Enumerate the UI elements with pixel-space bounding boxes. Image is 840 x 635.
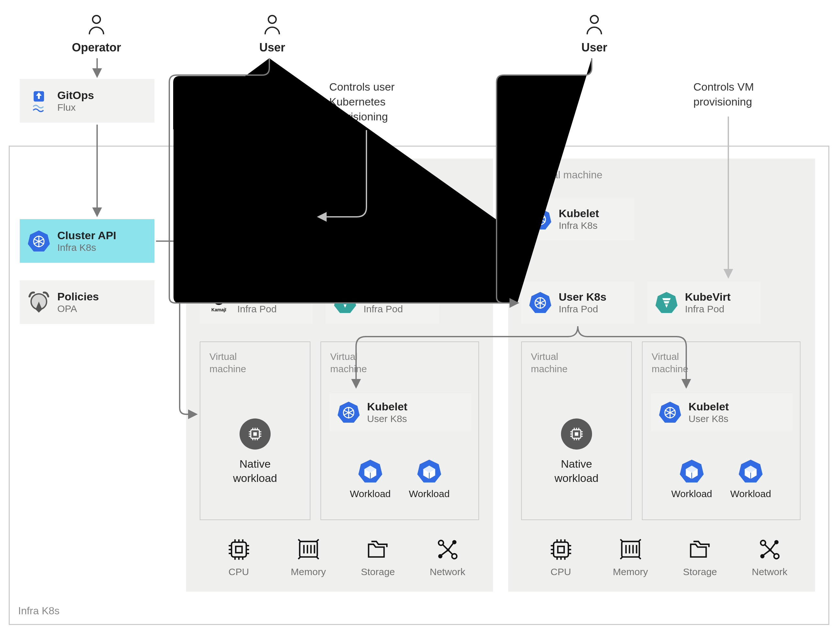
person-icon [584,14,604,37]
network-icon [758,537,782,562]
pm1-kubelet-title: Kubelet [237,208,278,219]
res-mem-lbl: Memory [613,566,648,577]
pm1-vm1-native: Native workload [233,457,277,485]
pm1-kamaji: Kamajī Kamaji Infra Pod [200,281,313,324]
actor-operator-label: Operator [72,41,121,54]
pm1-kubevirt: KubeVirt Infra Pod [326,281,439,324]
pm2-resources: CPU Memory Storage Network [526,537,804,577]
person-icon [262,14,282,37]
res-cpu: CPU [210,537,268,577]
pm2-vm2: Virtual machine Kubelet User K8s Workloa… [642,341,801,520]
pm2-userk8s: User K8s Infra Pod [521,281,635,324]
pm1-vm2: Virtual machine Kubelet User K8s Workloa… [321,341,479,520]
res-net-lbl: Network [752,566,787,577]
kubevirt-icon [655,291,678,314]
pm1-resources: CPU Memory Storage Network [204,537,482,577]
pm2-vm1: Virtual machine Native workload [521,341,632,520]
k8s-icon [337,401,360,424]
pm1-vm2-kubelet-title: Kubelet [367,401,407,412]
network-icon [435,537,460,562]
kamaji-icon: Kamajī [207,291,230,314]
pm2-vm2-workload-2: Workload [730,459,771,499]
pm1-kubevirt-title: KubeVirt [363,291,409,302]
pm2-vm1-native: Native workload [554,457,598,485]
res-mem: Memory [279,537,338,577]
pm1-vm2-workload-2-lbl: Workload [409,488,450,499]
frame-label: Infra K8s [18,605,60,617]
cpu-icon [549,537,573,562]
cpu-icon [227,537,251,562]
res-mem: Memory [602,537,660,577]
card-gitops-title: GitOps [57,90,94,101]
pm2-vm2-workload-1-lbl: Workload [671,488,712,499]
storage-icon [366,537,390,562]
workload-icon [358,459,383,484]
res-stor-lbl: Storage [361,566,395,577]
pm2-vm2-workload-2-lbl: Workload [730,488,771,499]
card-gitops: GitOps Flux [20,79,155,123]
pm1-vm2-workload-2: Workload [409,459,450,499]
pm1-vm1-title: Virtual machine [210,351,246,375]
pm2-vm2-kubelet: Kubelet User K8s [651,393,793,431]
pm2-vm2-kubelet-title: Kubelet [688,401,729,412]
workload-icon [417,459,442,484]
k8s-icon [207,208,230,231]
res-cpu: CPU [532,537,590,577]
pm1-kubevirt-sub: Infra Pod [363,304,409,314]
pm-1-title: Physical machine [200,169,280,181]
res-net: Network [418,537,477,577]
memory-icon [296,537,321,562]
kubevirt-icon [334,291,357,314]
pm1-vm2-kubelet: Kubelet User K8s [330,393,471,431]
res-stor: Storage [671,537,729,577]
pm2-vm2-workload-1: Workload [671,459,712,499]
actor-user-1: User [259,14,285,54]
workload-icon [679,459,704,484]
pm2-userk8s-sub: Infra Pod [559,304,606,314]
annot-controls-k8s: Controls user Kubernetes provisioning [329,80,395,124]
res-cpu-lbl: CPU [229,566,249,577]
pm1-vm1: Virtual machine Native workload [200,341,310,520]
pm2-kubelet-sub: Infra K8s [559,221,599,231]
actor-user-1-label: User [259,41,285,54]
annot-controls-vm: Controls VM provisioning [693,80,754,109]
pm1-vm2-kubelet-sub: User K8s [367,414,407,424]
pm1-kubelet: Kubelet Infra K8s [200,198,313,240]
pm2-vm2-title: Virtual machine [652,351,688,375]
person-icon [87,14,106,37]
res-stor-lbl: Storage [683,566,717,577]
pm-2-title: Physical machine [522,169,602,181]
res-cpu-lbl: CPU [551,566,571,577]
pm2-kubevirt-title: KubeVirt [685,291,731,302]
pm2-kubelet-title: Kubelet [559,208,599,219]
workload-icon [738,459,763,484]
pm1-vm2-title: Virtual machine [330,351,367,375]
gitops-icon [27,90,50,112]
chip-icon [240,419,271,450]
pm2-vm2-kubelet-sub: User K8s [688,414,729,424]
chip-icon [561,419,592,450]
pm1-kubelet-sub: Infra K8s [237,221,278,231]
k8s-icon [529,291,552,314]
pm1-kamaji-title: Kamaji [237,291,277,302]
pm1-vm2-workload-1: Workload [350,459,391,499]
pm2-kubelet: Kubelet Infra K8s [521,198,635,240]
pm2-vm1-title: Virtual machine [531,351,567,375]
pm2-kubevirt-sub: Infra Pod [685,304,731,314]
pm1-vm2-workload-1-lbl: Workload [350,488,391,499]
res-net-lbl: Network [429,566,465,577]
storage-icon [688,537,712,562]
pm1-kamaji-sub: Infra Pod [237,304,277,314]
actor-operator: Operator [72,14,121,54]
res-stor: Storage [349,537,407,577]
actor-user-2-label: User [581,41,607,54]
kamaji-icon-text: Kamajī [212,307,226,312]
res-mem-lbl: Memory [291,566,326,577]
card-gitops-sub: Flux [57,103,94,112]
actor-user-2: User [581,14,607,54]
pm2-userk8s-title: User K8s [559,291,606,302]
res-net: Network [741,537,799,577]
memory-icon [618,537,643,562]
k8s-icon [659,401,681,424]
k8s-icon [529,208,552,231]
